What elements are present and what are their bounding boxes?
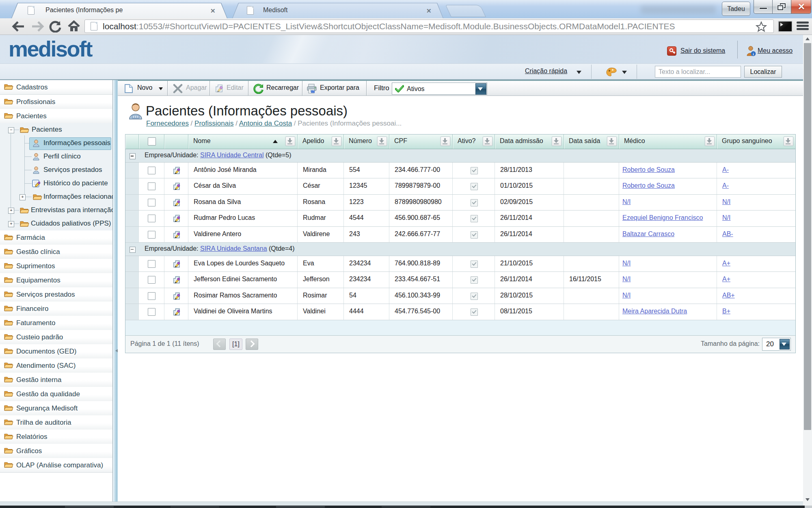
svg-text:+++: +++ — [132, 115, 139, 119]
